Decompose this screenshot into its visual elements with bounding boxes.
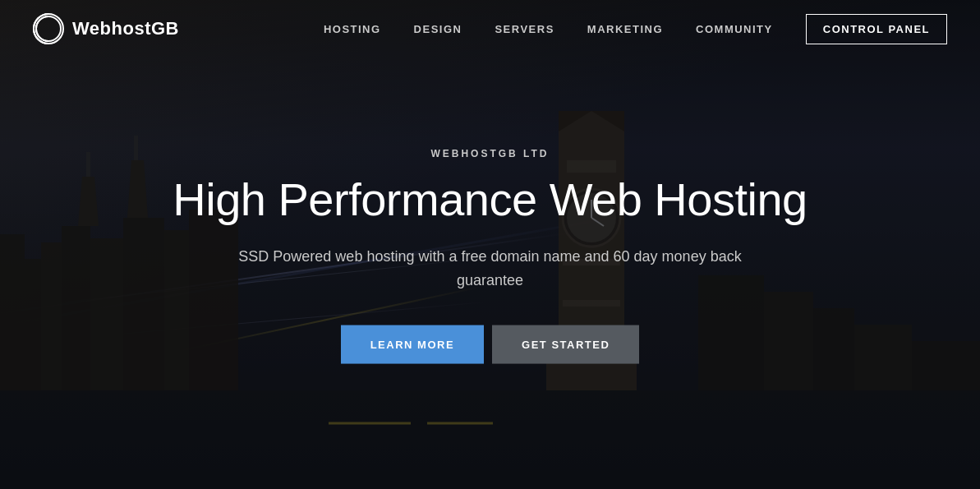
logo-text: WebhostGB <box>72 18 179 39</box>
hero-title: High Performance Web Hosting <box>121 173 860 224</box>
nav-hosting[interactable]: HOSTING <box>324 23 381 35</box>
nav-links: HOSTING DESIGN SERVERS MARKETING COMMUNI… <box>324 14 947 44</box>
hero-description: SSD Powered web hosting with a free doma… <box>228 245 753 293</box>
logo[interactable]: WebhostGB <box>33 13 179 44</box>
hero-subtitle: WEBHOSTGB LTD <box>121 147 860 159</box>
hero-section: WebhostGB HOSTING DESIGN SERVERS MARKETI… <box>0 0 980 489</box>
nav-design[interactable]: DESIGN <box>414 23 462 35</box>
hero-buttons: LEARN MORE GET STARTED <box>121 325 860 363</box>
svg-point-30 <box>36 16 61 41</box>
logo-icon <box>33 13 64 44</box>
hero-content: WEBHOSTGB LTD High Performance Web Hosti… <box>121 147 860 363</box>
nav-servers[interactable]: SERVERS <box>495 23 554 35</box>
control-panel-button[interactable]: CONTROL PANEL <box>806 14 947 44</box>
learn-more-button[interactable]: LEARN MORE <box>341 325 484 363</box>
get-started-button[interactable]: GET STARTED <box>492 325 639 363</box>
nav-community[interactable]: COMMUNITY <box>696 23 773 35</box>
nav-marketing[interactable]: MARKETING <box>587 23 663 35</box>
navbar: WebhostGB HOSTING DESIGN SERVERS MARKETI… <box>0 0 980 58</box>
